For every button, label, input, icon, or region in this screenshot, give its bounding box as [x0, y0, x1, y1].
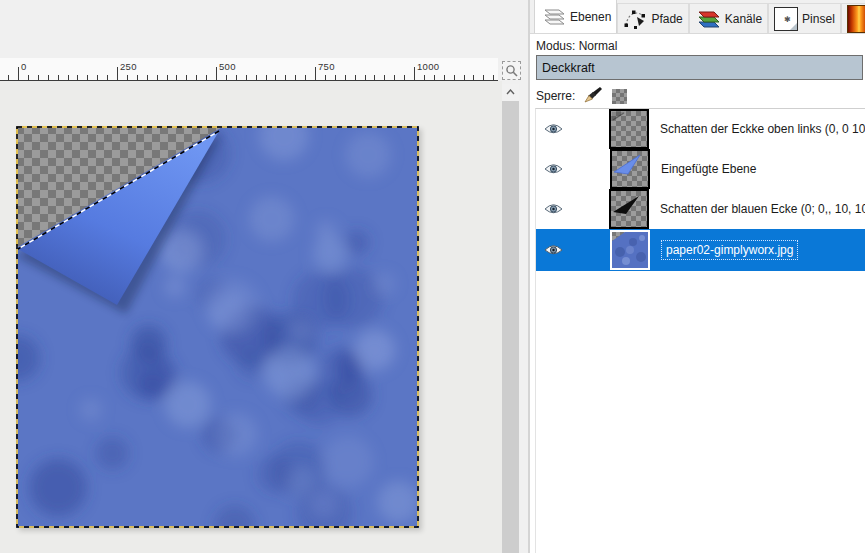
tab-farbverlaeufe[interactable]: Farbverläufe [841, 3, 865, 33]
lock-paint-icon[interactable] [584, 86, 603, 107]
chevron-up-icon [506, 89, 515, 95]
paper-image [16, 126, 419, 528]
tab-label: Kanäle [725, 12, 762, 26]
ruler-label: 0 [21, 61, 27, 72]
layer-row-shadow-blue-corner[interactable]: Schatten der blauen Ecke (0; 0,, 10, 100… [536, 189, 865, 229]
eye-icon[interactable] [544, 244, 564, 256]
tab-label: Pfade [651, 12, 682, 26]
layer-thumbnail[interactable] [610, 149, 650, 189]
paths-icon [623, 7, 647, 31]
canvas-image[interactable] [16, 126, 419, 528]
gimp-window: 02505007501000 [0, 0, 865, 553]
tab-ebenen[interactable]: Ebenen [534, 0, 617, 34]
layers-icon [540, 6, 566, 28]
dock-tabbar: Ebenen Pfade [530, 0, 865, 34]
channels-icon [695, 7, 721, 31]
magnifier-icon [505, 64, 518, 77]
horizontal-ruler[interactable]: 02505007501000 [0, 58, 498, 81]
lock-row: Sperre: [536, 86, 627, 106]
layer-thumbnail[interactable] [609, 109, 649, 149]
layers-dock: Ebenen Pfade [530, 0, 865, 553]
layer-list: Schatten der Eckke oben links (0, 0 100,… [535, 108, 865, 553]
scrollbar-thumb[interactable] [502, 101, 519, 553]
opacity-slider[interactable]: Deckkraft [536, 55, 863, 80]
layer-thumbnail[interactable] [610, 230, 650, 270]
ruler-label: 250 [120, 61, 137, 72]
tab-pfade[interactable]: Pfade [617, 3, 688, 33]
mode-row[interactable]: Modus: Normal [536, 39, 617, 53]
eye-icon[interactable] [544, 203, 563, 215]
vertical-scrollbar[interactable] [502, 84, 519, 553]
lock-alpha-icon[interactable] [612, 89, 627, 104]
tab-label: Pinsel [802, 12, 835, 26]
lock-label: Sperre: [536, 89, 575, 103]
layer-thumbnail[interactable] [609, 189, 649, 229]
ruler-label: 750 [318, 61, 335, 72]
eye-icon[interactable] [544, 123, 563, 135]
layer-row-eingefuegte-ebene[interactable]: Eingefügte Ebene [536, 149, 865, 189]
layer-row-paper02[interactable]: paper02-gimplyworx.jpg [536, 229, 865, 271]
mode-value: Normal [579, 39, 618, 53]
layer-name: Schatten der Eckke oben links (0, 0 100,… [660, 122, 865, 136]
gradient-icon [847, 5, 865, 33]
layer-name: paper02-gimplyworx.jpg [661, 240, 798, 260]
zoom-follow-window-button[interactable] [502, 61, 521, 80]
brush-icon: ✱ [774, 7, 798, 31]
tab-kanaele[interactable]: Kanäle [689, 3, 768, 33]
ruler-label: 1000 [417, 61, 439, 72]
eye-icon[interactable] [544, 163, 564, 175]
mode-label: Modus: [536, 39, 575, 53]
tab-pinsel[interactable]: ✱ Pinsel [768, 3, 841, 33]
layer-row-shadow-top-left[interactable]: Schatten der Eckke oben links (0, 0 100,… [536, 109, 865, 149]
opacity-label: Deckkraft [537, 61, 595, 75]
tab-label: Ebenen [570, 10, 611, 24]
scroll-up-button[interactable] [502, 84, 519, 100]
canvas-area: 02505007501000 [0, 0, 530, 553]
layer-name: Schatten der blauen Ecke (0; 0,, 10, 100… [660, 202, 865, 216]
ruler-label: 500 [219, 61, 236, 72]
layer-name: Eingefügte Ebene [661, 162, 756, 176]
